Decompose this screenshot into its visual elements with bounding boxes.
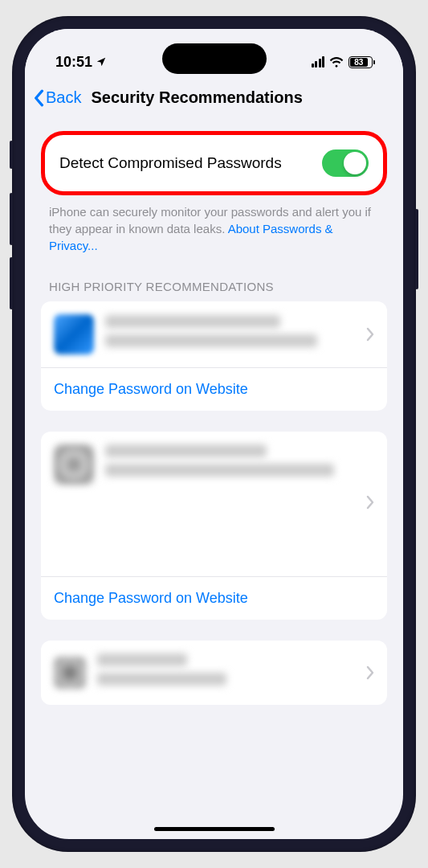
home-indicator[interactable]	[154, 827, 275, 831]
chevron-right-icon	[366, 495, 374, 510]
detect-compromised-row[interactable]: Detect Compromised Passwords	[41, 131, 387, 195]
battery-icon: 83	[349, 56, 373, 68]
change-password-link[interactable]: Change Password on Website	[41, 367, 387, 411]
recommendation-row[interactable]	[41, 301, 387, 367]
status-time-group: 10:51	[55, 54, 107, 71]
dynamic-island	[162, 43, 267, 74]
side-button	[10, 193, 13, 245]
change-password-link[interactable]: Change Password on Website	[41, 576, 387, 620]
chevron-right-icon	[366, 327, 374, 342]
chevron-right-icon	[366, 665, 374, 680]
site-favicon	[54, 444, 94, 485]
recommendation-card: Change Password on Website	[41, 301, 387, 411]
recommendation-row[interactable]	[41, 641, 387, 705]
screen: 10:51 83 Back Security Recommendations	[25, 29, 403, 839]
detect-toggle[interactable]	[322, 149, 369, 177]
detect-footer: iPhone can securely monitor your passwor…	[41, 203, 387, 254]
redacted-text	[97, 653, 355, 692]
redacted-text	[105, 315, 355, 354]
side-button	[10, 257, 13, 309]
content: Detect Compromised Passwords iPhone can …	[25, 118, 403, 739]
chevron-left-icon	[33, 89, 44, 107]
site-favicon	[54, 314, 94, 354]
wifi-icon	[329, 56, 344, 68]
toggle-knob	[344, 152, 366, 174]
recommendation-card	[41, 641, 387, 705]
cellular-icon	[312, 57, 325, 68]
status-icons: 83	[312, 56, 373, 68]
detect-label: Detect Compromised Passwords	[59, 154, 282, 172]
side-button	[415, 209, 418, 289]
recommendation-row[interactable]	[41, 432, 387, 576]
page-title: Security Recommendations	[91, 88, 302, 107]
back-label: Back	[46, 88, 81, 107]
battery-level: 83	[350, 58, 368, 67]
status-time: 10:51	[55, 54, 92, 71]
side-button	[10, 141, 13, 169]
phone-frame: 10:51 83 Back Security Recommendations	[12, 16, 416, 852]
nav-bar: Back Security Recommendations	[25, 77, 403, 118]
location-icon	[96, 56, 107, 68]
back-button[interactable]: Back	[33, 88, 81, 107]
section-header: HIGH PRIORITY RECOMMENDATIONS	[41, 280, 387, 293]
redacted-text	[105, 444, 374, 483]
site-favicon	[54, 657, 86, 689]
recommendation-card: Change Password on Website	[41, 432, 387, 620]
